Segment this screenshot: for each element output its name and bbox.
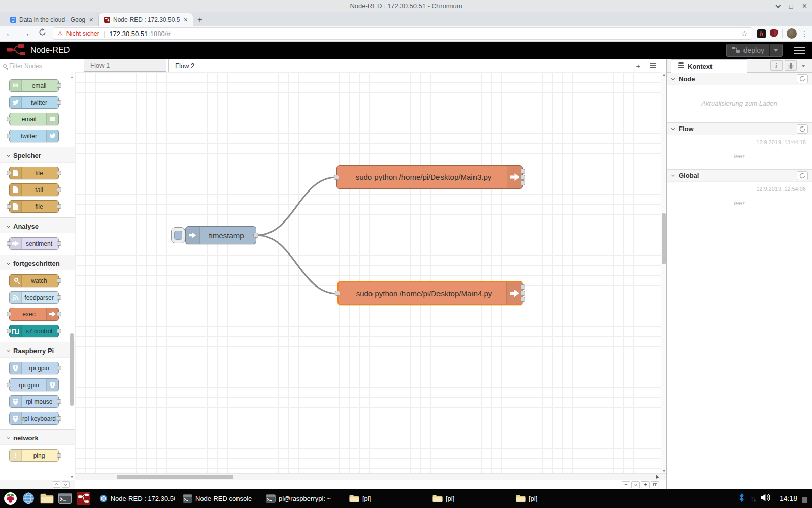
taskbar-window--pi-[interactable]: [pi] [346, 491, 427, 506]
palette-node-body[interactable]: file [9, 167, 59, 179]
address-bar[interactable]: ⚠ Nicht sicher | 172.30.50.51 :1880/# ☆ [53, 27, 752, 40]
palette-node-rpi-mouse[interactable]: rpi mouse [9, 395, 59, 408]
palette-collapse-all-button[interactable] [53, 481, 60, 488]
scrollbar-thumb[interactable] [662, 213, 666, 264]
output-port[interactable] [57, 204, 61, 209]
node-inject-timestamp[interactable]: timestamp [171, 226, 256, 244]
palette-node-body[interactable]: rpi gpio [9, 378, 59, 391]
zoom-in-button[interactable]: + [641, 481, 650, 488]
input-port[interactable] [334, 175, 339, 180]
close-tab-icon[interactable]: × [88, 16, 94, 24]
palette-node-rpi-keyboard[interactable]: rpi keyboard [9, 412, 59, 425]
palette-node-ping[interactable]: !ping [9, 449, 59, 462]
palette-node-body[interactable]: rpi gpio [9, 362, 59, 374]
refresh-button[interactable] [797, 74, 808, 83]
output-port[interactable] [57, 416, 61, 421]
minimize-icon[interactable] [775, 3, 781, 8]
output-port[interactable] [57, 329, 61, 333]
debug-tab-button[interactable] [785, 60, 797, 71]
sidebar-menu-button[interactable] [799, 60, 808, 71]
input-port[interactable] [7, 329, 11, 333]
maximize-icon[interactable]: □ [789, 3, 793, 10]
palette-node-body[interactable]: twitter [9, 96, 59, 109]
palette-node-file[interactable]: file [9, 167, 59, 179]
palette-node-email[interactable]: ✉email [9, 79, 59, 92]
palette-node-rpi-gpio[interactable]: rpi gpio [9, 362, 59, 374]
palette-node-sentiment[interactable]: sentiment [9, 237, 59, 250]
not-secure-label[interactable]: Nicht sicher [66, 30, 99, 37]
output-port[interactable] [57, 295, 61, 300]
scroll-right-icon[interactable]: ▶ [656, 474, 659, 479]
file-manager-icon[interactable] [39, 490, 55, 506]
palette-category-analyse[interactable]: Analyse [0, 218, 75, 233]
input-port[interactable] [7, 383, 11, 387]
output-port[interactable] [57, 366, 61, 370]
palette-node-tail[interactable]: tail [9, 183, 59, 196]
navigator-toggle-button[interactable] [651, 481, 659, 488]
taskbar-window-node-red-172-30-50-5-[interactable]: Node-RED : 172.30.50.5... [96, 491, 178, 506]
browser-tab-node-red-172-30-50-51[interactable]: Node-RED : 172.30.50.51× [99, 13, 193, 26]
palette-category-speicher[interactable]: Speicher [0, 147, 75, 163]
palette-node-body[interactable]: exec [9, 308, 59, 321]
output-port[interactable] [57, 312, 61, 316]
input-port[interactable] [7, 312, 11, 316]
scroll-down-icon[interactable]: ▼ [70, 475, 74, 479]
palette-node-body[interactable]: tail [9, 183, 59, 196]
input-port[interactable] [335, 291, 340, 296]
scrollbar-thumb[interactable] [70, 333, 74, 406]
input-port[interactable] [7, 204, 11, 209]
output-port[interactable] [57, 453, 61, 458]
output-port[interactable] [520, 180, 525, 185]
node-body[interactable]: sudo python /home/pi/Desktop/Main4.py [337, 281, 523, 305]
input-port[interactable] [7, 134, 11, 138]
scrollbar-thumb[interactable] [117, 475, 233, 479]
input-port[interactable] [7, 171, 11, 175]
palette-node-twitter[interactable]: twitter [9, 130, 59, 142]
tab-kontext[interactable]: Kontext [671, 59, 747, 73]
terminal-launcher-icon[interactable] [57, 490, 73, 506]
node-red-launcher-icon[interactable] [75, 490, 91, 506]
output-port[interactable] [520, 291, 525, 296]
scroll-down-icon[interactable]: ▼ [662, 469, 666, 473]
profile-avatar[interactable] [787, 28, 797, 39]
bookmark-star-icon[interactable]: ☆ [741, 29, 748, 38]
bluetooth-icon[interactable] [738, 493, 745, 504]
wire[interactable] [257, 177, 336, 235]
output-port[interactable] [253, 233, 258, 238]
palette-node-body[interactable]: s7 control [9, 325, 59, 337]
palette-node-rpi-gpio[interactable]: rpi gpio [9, 378, 59, 391]
flow-canvas[interactable]: ▲ ▼ timestampsudo python /home/pi/Deskto… [75, 72, 666, 473]
palette-node-body[interactable]: !ping [9, 449, 59, 462]
palette-node-body[interactable]: sentiment [9, 237, 59, 250]
palette-node-body[interactable]: file [9, 200, 59, 213]
palette-node-exec[interactable]: exec [9, 308, 59, 321]
input-port[interactable] [7, 117, 11, 121]
node-exec-main3[interactable]: sudo python /home/pi/Desktop/Main3.py [336, 165, 523, 189]
palette-node-twitter[interactable]: twitter [9, 96, 59, 109]
deploy-button[interactable]: deploy [726, 44, 783, 57]
close-tab-icon[interactable]: × [183, 16, 189, 24]
palette-node-watch[interactable]: watch [9, 274, 59, 287]
zoom-reset-button[interactable]: ○ [631, 481, 640, 488]
palette-category-raspberry-pi[interactable]: Raspberry Pi [0, 342, 75, 358]
scroll-up-icon[interactable]: ▲ [662, 73, 666, 76]
output-port[interactable] [57, 83, 61, 88]
node-body[interactable]: timestamp [185, 226, 256, 244]
palette-expand-all-button[interactable] [62, 481, 70, 488]
web-browser-icon[interactable] [20, 490, 37, 506]
palette-node-s7-control[interactable]: s7 control [9, 325, 59, 337]
context-section-header[interactable]: Node [667, 73, 812, 85]
output-port[interactable] [520, 169, 525, 174]
wire[interactable] [257, 235, 337, 294]
palette-node-body[interactable]: ✉email [9, 113, 59, 125]
output-port[interactable] [57, 171, 61, 175]
volume-icon[interactable] [761, 493, 772, 503]
output-port[interactable] [57, 399, 61, 404]
output-port[interactable] [520, 284, 525, 290]
main-menu-icon[interactable] [794, 47, 805, 54]
palette-node-body[interactable]: twitter [9, 130, 59, 142]
palette-scrollbar[interactable]: ▲ ▼ [70, 75, 74, 479]
filter-nodes-input[interactable] [9, 62, 72, 70]
raspberry-menu-icon[interactable] [2, 490, 18, 506]
reload-icon[interactable] [37, 28, 48, 39]
